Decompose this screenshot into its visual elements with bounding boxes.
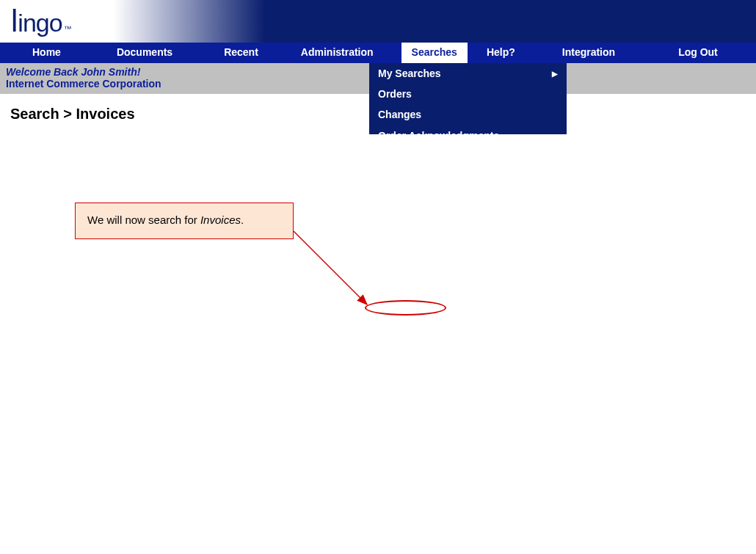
main-nav: Home Documents Recent Administration Sea…	[0, 43, 756, 63]
nav-searches[interactable]: Searches	[401, 43, 468, 63]
nav-recent[interactable]: Recent	[209, 43, 273, 63]
nav-logout[interactable]: Log Out	[664, 43, 733, 63]
searches-dropdown: My Searches ▶ Orders Changes Order Ackno…	[369, 63, 567, 134]
dropdown-my-searches[interactable]: My Searches ▶	[369, 63, 567, 84]
logo: l ingo ™	[11, 6, 72, 37]
nav-integration[interactable]: Integration	[548, 43, 630, 63]
nav-home[interactable]: Home	[18, 43, 76, 63]
header: l ingo ™	[0, 0, 756, 43]
nav-help[interactable]: Help?	[472, 43, 530, 63]
dropdown-item-label: Orders	[378, 87, 412, 101]
dropdown-item-label: Changes	[378, 108, 421, 121]
nav-documents[interactable]: Documents	[102, 43, 187, 63]
dropdown-order-acknowledgments[interactable]: Order Acknowledgments	[369, 125, 567, 134]
logo-tm: ™	[64, 24, 72, 33]
logo-rest: ingo	[18, 10, 62, 35]
dropdown-item-label: My Searches	[378, 67, 441, 80]
logo-letter-l: l	[11, 6, 18, 37]
dropdown-orders[interactable]: Orders	[369, 84, 567, 104]
dropdown-changes[interactable]: Changes	[369, 104, 567, 125]
dropdown-item-label: Order Acknowledgments	[378, 129, 499, 134]
submenu-arrow-icon: ▶	[552, 69, 558, 79]
nav-administration[interactable]: Administration	[286, 43, 388, 63]
